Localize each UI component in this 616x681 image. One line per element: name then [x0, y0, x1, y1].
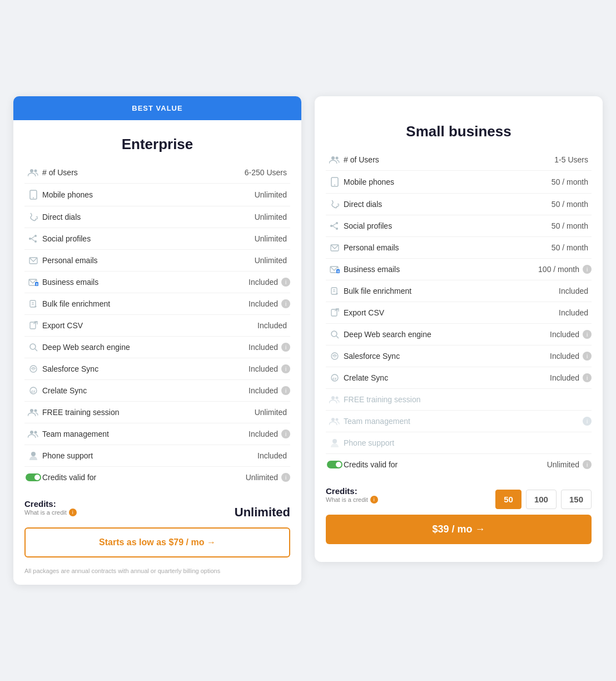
enterprise-social-value: Unlimited: [255, 234, 287, 243]
sb-row-mobile: Mobile phones 50 / month: [326, 171, 592, 194]
credit-option-150[interactable]: 150: [561, 490, 592, 509]
sb-crelate-value: Included: [550, 373, 579, 382]
crelate-info-icon[interactable]: i: [281, 386, 290, 395]
sb-training-label: FREE training session: [344, 395, 588, 404]
enterprise-crelate-label: Crelate Sync: [42, 386, 249, 395]
sb-row-direct: Direct dials 50 / month: [326, 194, 592, 215]
credits-valid-info-icon[interactable]: i: [281, 473, 290, 482]
sb-row-salesforce: Salesforce Sync Included i: [326, 346, 592, 367]
sb-salesforce-icon: [326, 352, 344, 361]
enterprise-row-users: # of Users 6-250 Users: [24, 162, 290, 184]
biz-email-info-icon[interactable]: i: [281, 278, 290, 287]
enterprise-credit-info[interactable]: i: [69, 509, 77, 516]
sb-cta-button[interactable]: $39 / mo →: [326, 515, 592, 544]
sb-row-crelate: cr Crelate Sync Included i: [326, 367, 592, 389]
enterprise-export-label: Export CSV: [42, 321, 257, 330]
svg-point-33: [336, 222, 338, 224]
sb-training-icon: [326, 395, 344, 404]
sb-salesforce-info[interactable]: i: [583, 352, 592, 361]
sb-credit-info[interactable]: i: [370, 496, 378, 504]
svg-text:cr: cr: [31, 389, 36, 394]
svg-point-3: [33, 198, 34, 199]
svg-point-26: [30, 431, 33, 434]
enterprise-bulk-value: Included: [249, 299, 278, 308]
enterprise-credits-valid-label: Credits valid for: [42, 473, 246, 482]
toggle-icon: [26, 473, 41, 481]
enterprise-credits-valid-value: Unlimited: [246, 473, 278, 482]
sb-biz-email-info[interactable]: i: [583, 265, 592, 274]
enterprise-row-bulk: Bulk file enrichment Included i: [24, 293, 290, 315]
sb-users-label: # of Users: [344, 155, 554, 164]
sb-row-export: Export CSV Included: [326, 302, 592, 324]
sb-row-users: # of Users 1-5 Users: [326, 149, 592, 171]
enterprise-credits-value: Unlimited: [235, 505, 290, 520]
team-info-icon[interactable]: i: [281, 430, 290, 438]
sb-row-deep-search: Deep Web search engine Included i: [326, 324, 592, 346]
sb-personal-email-value: 50 / month: [552, 243, 588, 252]
enterprise-row-deep-search: Deep Web search engine Included i: [24, 337, 290, 358]
svg-line-19: [35, 349, 37, 351]
sb-credits-valid-value: Unlimited: [547, 460, 579, 469]
sb-credits-valid-info[interactable]: i: [583, 460, 592, 469]
enterprise-row-direct: Direct dials Unlimited: [24, 206, 290, 228]
svg-point-4: [34, 235, 37, 237]
sb-direct-value: 50 / month: [552, 200, 588, 209]
small-business-title: Small business: [315, 96, 603, 149]
sb-team-info[interactable]: i: [583, 417, 592, 426]
sb-footer: Credits: What is a credit i 50 100 150 $…: [315, 475, 603, 562]
enterprise-row-team: Team management Included i: [24, 423, 290, 445]
sb-toggle-icon: [327, 461, 342, 468]
svg-point-6: [29, 238, 31, 240]
enterprise-support-label: Phone support: [42, 451, 257, 460]
svg-point-0: [30, 169, 33, 172]
sb-row-training: FREE training session: [326, 389, 592, 411]
enterprise-biz-email-label: Business emails: [42, 278, 249, 287]
sb-bulk-value: Included: [559, 287, 588, 295]
svg-point-18: [30, 344, 36, 349]
enterprise-team-label: Team management: [42, 430, 249, 438]
enterprise-support-value: Included: [257, 451, 287, 460]
enterprise-deep-search-label: Deep Web search engine: [42, 343, 249, 352]
svg-point-27: [34, 431, 37, 434]
sb-deep-search-info[interactable]: i: [583, 330, 592, 339]
sb-team-icon: [326, 417, 344, 426]
enterprise-cta-button[interactable]: Starts as low as $79 / mo →: [24, 527, 290, 557]
small-business-card: Small business # of Users 1-5 Users Mobi…: [315, 96, 603, 562]
support-icon: [24, 451, 42, 460]
salesforce-info-icon[interactable]: i: [281, 364, 290, 373]
small-business-features: # of Users 1-5 Users Mobile phones 50 / …: [315, 149, 603, 475]
sb-credits-valid-icon: [326, 461, 344, 468]
svg-point-28: [31, 452, 36, 456]
sb-direct-icon: [326, 200, 344, 209]
enterprise-users-value: 6-250 Users: [245, 168, 287, 177]
biz-email-icon: B: [24, 279, 42, 286]
svg-text:B: B: [337, 270, 340, 273]
sb-bulk-icon: [326, 287, 344, 295]
direct-dial-icon: [24, 213, 42, 221]
sb-deep-search-value: Included: [550, 330, 579, 339]
sb-deep-search-icon: [326, 330, 344, 339]
bulk-info-icon[interactable]: i: [281, 299, 290, 308]
training-icon: [24, 408, 42, 417]
salesforce-icon: [24, 364, 42, 373]
svg-point-57: [332, 439, 337, 443]
enterprise-row-biz-email: B Business emails Included i: [24, 272, 290, 293]
deep-search-info-icon[interactable]: i: [281, 343, 290, 352]
svg-point-34: [336, 228, 338, 230]
enterprise-training-value: Unlimited: [255, 408, 287, 417]
sb-credits-valid-label: Credits valid for: [344, 460, 547, 469]
sb-row-bulk: Bulk file enrichment Included: [326, 280, 592, 302]
credit-option-100[interactable]: 100: [526, 490, 557, 509]
sb-credits-row: Credits: What is a credit i 50 100 150: [326, 486, 592, 512]
svg-point-24: [30, 409, 33, 412]
sb-crelate-info[interactable]: i: [583, 373, 592, 382]
svg-point-5: [34, 240, 37, 243]
sb-personal-email-icon: [326, 244, 344, 251]
pricing-container: BEST VALUE Enterprise # of Users 6-250 U…: [13, 96, 603, 585]
sb-support-label: Phone support: [344, 438, 588, 447]
enterprise-mobile-label: Mobile phones: [42, 190, 255, 199]
credit-option-50[interactable]: 50: [495, 490, 521, 509]
enterprise-mobile-value: Unlimited: [255, 190, 287, 199]
enterprise-row-personal-email: Personal emails Unlimited: [24, 250, 290, 272]
sb-mobile-value: 50 / month: [552, 177, 588, 186]
